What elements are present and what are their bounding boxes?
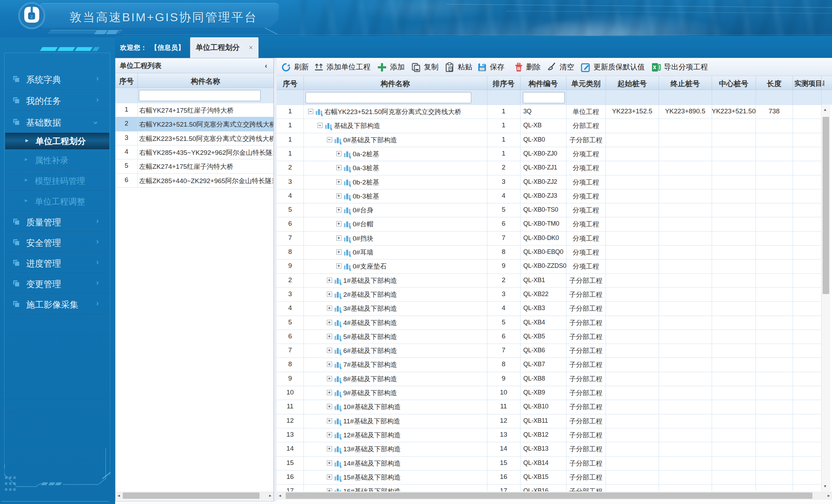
svg-text:z: z (30, 13, 33, 20)
